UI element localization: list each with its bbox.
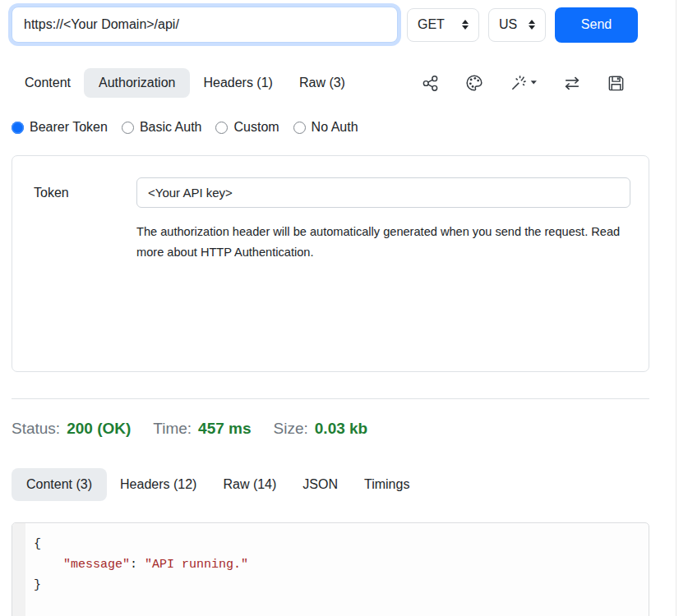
status-group: Status: 200 (OK): [12, 420, 131, 438]
tab-content[interactable]: Content: [12, 68, 84, 98]
radio-icon: [215, 122, 228, 134]
magic-wand-dropdown-icon[interactable]: [510, 75, 537, 92]
tab-raw[interactable]: Raw (3): [286, 68, 358, 98]
token-input[interactable]: [136, 177, 630, 208]
status-value: 200 (OK): [67, 420, 131, 438]
response-tabs: Content (3) Headers (12) Raw (14) JSON T…: [12, 468, 638, 501]
save-icon[interactable]: [607, 75, 625, 92]
radio-icon: [122, 122, 134, 134]
token-panel: Token The authorization header will be a…: [12, 155, 649, 372]
palette-icon[interactable]: [465, 74, 483, 92]
radio-custom[interactable]: Custom: [215, 120, 279, 135]
code-line: }: [34, 575, 640, 595]
radio-basic-auth[interactable]: Basic Auth: [122, 120, 202, 135]
toolbar: [422, 74, 638, 92]
tab-headers[interactable]: Headers (1): [190, 68, 285, 98]
size-label: Size:: [274, 420, 308, 438]
size-value: 0.03 kb: [315, 420, 367, 438]
swap-arrows-icon[interactable]: [563, 75, 581, 92]
editor-gutter: [12, 523, 25, 616]
radio-selected-icon: [12, 122, 24, 134]
radio-no-auth[interactable]: No Auth: [293, 120, 358, 135]
updown-arrows-icon: [462, 20, 469, 30]
region-select-value: US: [499, 17, 517, 32]
auth-options: Bearer Token Basic Auth Custom No Auth: [12, 120, 638, 135]
tab-authorization[interactable]: Authorization: [84, 68, 190, 98]
request-tabs-row: Content Authorization Headers (1) Raw (3…: [12, 68, 638, 98]
time-group: Time: 457 ms: [153, 420, 251, 438]
page-right-divider: [676, 0, 676, 616]
resp-tab-timings[interactable]: Timings: [351, 468, 422, 501]
resp-tab-raw[interactable]: Raw (14): [210, 468, 289, 501]
response-status-row: Status: 200 (OK) Time: 457 ms Size: 0.03…: [12, 420, 638, 438]
radio-label: No Auth: [312, 120, 358, 135]
share-icon[interactable]: [422, 75, 439, 92]
code-line: "message": "API running.": [34, 554, 640, 575]
request-tabs: Content Authorization Headers (1) Raw (3…: [12, 68, 358, 98]
token-help-text: The authorization header will be automat…: [136, 222, 624, 263]
response-body-editor[interactable]: { "message": "API running." }: [12, 522, 649, 616]
send-button[interactable]: Send: [555, 7, 638, 43]
time-value: 457 ms: [198, 420, 251, 438]
method-select[interactable]: GET: [407, 8, 479, 42]
resp-tab-headers[interactable]: Headers (12): [107, 468, 210, 501]
request-bar: GET US Send: [12, 7, 638, 43]
section-divider: [12, 398, 649, 399]
radio-label: Basic Auth: [140, 120, 202, 135]
status-label: Status:: [12, 420, 60, 438]
radio-bearer-token[interactable]: Bearer Token: [12, 120, 108, 135]
api-client-page: GET US Send Content Authorization Header…: [0, 0, 688, 616]
radio-icon: [293, 122, 306, 134]
radio-label: Custom: [233, 120, 279, 135]
code-line: {: [34, 534, 640, 554]
region-select[interactable]: US: [488, 8, 546, 42]
updown-arrows-icon: [529, 20, 535, 30]
method-select-value: GET: [418, 17, 445, 32]
editor-content: { "message": "API running." }: [25, 523, 649, 616]
radio-label: Bearer Token: [30, 120, 108, 135]
size-group: Size: 0.03 kb: [274, 420, 368, 438]
resp-tab-json[interactable]: JSON: [289, 468, 351, 501]
url-input[interactable]: [12, 7, 398, 43]
token-label: Token: [34, 186, 136, 200]
time-label: Time:: [153, 420, 192, 438]
resp-tab-content[interactable]: Content (3): [12, 468, 107, 501]
